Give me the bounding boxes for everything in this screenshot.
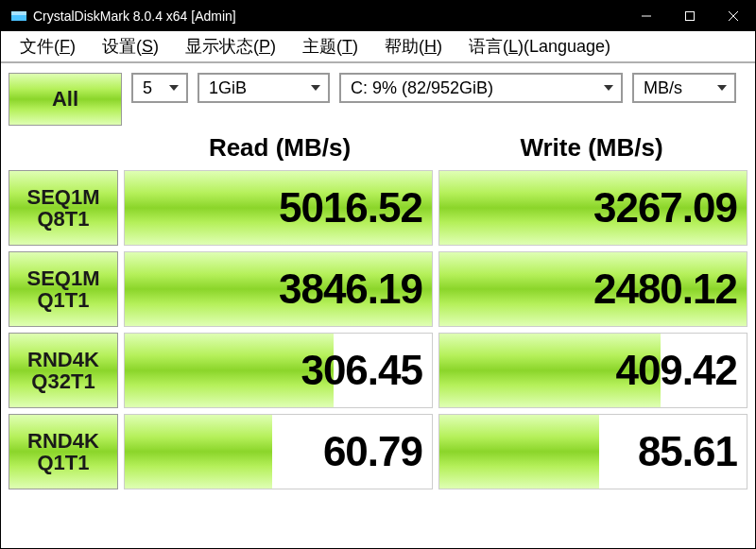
- menu-settings[interactable]: 设置(S): [89, 31, 172, 61]
- write-header: Write (MB/s): [436, 131, 747, 170]
- write-value: 409.42: [615, 347, 737, 394]
- header-spacer: [9, 131, 124, 170]
- test-label: RND4K: [27, 430, 99, 452]
- menu-language[interactable]: 语言(L)(Language): [455, 31, 624, 61]
- row-seq1m-q8t1: SEQ1M Q8T1 5016.52 3267.09: [9, 170, 747, 246]
- read-value: 60.79: [323, 428, 422, 475]
- row-rnd4k-q32t1: RND4K Q32T1 306.45 409.42: [9, 333, 747, 408]
- test-label: SEQ1M: [26, 186, 99, 208]
- read-value: 5016.52: [279, 184, 422, 232]
- read-value-cell: 3846.19: [124, 251, 433, 327]
- menu-help[interactable]: 帮助(H): [371, 31, 455, 61]
- menu-theme[interactable]: 主题(T): [289, 31, 371, 61]
- read-header: Read (MB/s): [124, 131, 436, 170]
- unit-select[interactable]: MB/s: [632, 73, 736, 103]
- drive-select[interactable]: C: 9% (82/952GiB): [339, 73, 623, 103]
- read-value: 306.45: [301, 347, 422, 394]
- read-value: 3846.19: [279, 266, 422, 313]
- write-value: 85.61: [638, 428, 737, 475]
- run-rnd4k-q32t1-button[interactable]: RND4K Q32T1: [9, 333, 118, 408]
- maximize-button[interactable]: [668, 1, 712, 31]
- read-bar: [125, 415, 272, 489]
- write-value: 2480.12: [593, 266, 737, 313]
- svg-rect-3: [686, 12, 695, 21]
- window-title: CrystalDiskMark 8.0.4 x64 [Admin]: [33, 9, 625, 24]
- menu-file[interactable]: 文件(F): [7, 31, 89, 61]
- svg-rect-1: [11, 11, 26, 15]
- write-value: 3267.09: [593, 184, 737, 232]
- read-value-cell: 5016.52: [124, 170, 433, 246]
- minimize-button[interactable]: [625, 1, 668, 31]
- app-icon: [10, 8, 27, 25]
- read-value-cell: 306.45: [124, 333, 433, 408]
- test-label: RND4K: [27, 349, 99, 370]
- read-value-cell: 60.79: [124, 414, 433, 489]
- test-label: SEQ1M: [26, 267, 99, 289]
- run-seq1m-q1t1-button[interactable]: SEQ1M Q1T1: [9, 251, 118, 327]
- menu-status[interactable]: 显示状态(P): [172, 31, 289, 61]
- write-value-cell: 409.42: [438, 333, 747, 408]
- write-value-cell: 2480.12: [438, 251, 747, 327]
- titlebar: CrystalDiskMark 8.0.4 x64 [Admin]: [1, 1, 755, 31]
- runs-select[interactable]: 5: [131, 73, 188, 103]
- test-sublabel: Q1T1: [37, 289, 89, 311]
- run-all-button[interactable]: All: [9, 73, 122, 126]
- row-rnd4k-q1t1: RND4K Q1T1 60.79 85.61: [9, 414, 747, 489]
- test-sublabel: Q32T1: [31, 370, 94, 392]
- run-seq1m-q8t1-button[interactable]: SEQ1M Q8T1: [9, 170, 118, 246]
- row-seq1m-q1t1: SEQ1M Q1T1 3846.19 2480.12: [9, 251, 747, 327]
- write-bar: [439, 415, 599, 489]
- test-sublabel: Q8T1: [37, 208, 89, 230]
- column-headers: Read (MB/s) Write (MB/s): [1, 131, 755, 170]
- run-rnd4k-q1t1-button[interactable]: RND4K Q1T1: [9, 414, 118, 489]
- close-button[interactable]: [712, 1, 755, 31]
- write-value-cell: 3267.09: [438, 170, 747, 246]
- test-sublabel: Q1T1: [37, 452, 89, 473]
- menubar: 文件(F) 设置(S) 显示状态(P) 主题(T) 帮助(H) 语言(L)(La…: [1, 31, 755, 63]
- app-window: CrystalDiskMark 8.0.4 x64 [Admin] 文件(F) …: [0, 0, 756, 549]
- size-select[interactable]: 1GiB: [198, 73, 330, 103]
- controls-row: All 5 1GiB C: 9% (82/952GiB) MB/s: [1, 63, 755, 131]
- results-grid: SEQ1M Q8T1 5016.52 3267.09 SEQ1M Q1T1 38…: [1, 170, 755, 497]
- write-value-cell: 85.61: [438, 414, 747, 489]
